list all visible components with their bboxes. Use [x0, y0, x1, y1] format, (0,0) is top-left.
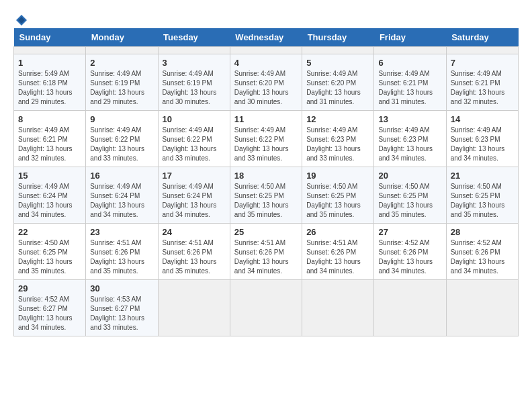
calendar-cell: 22Sunrise: 4:50 AMSunset: 6:25 PMDayligh…: [14, 224, 86, 280]
day-number: 9: [90, 114, 153, 124]
day-info: Sunrise: 4:51 AMSunset: 6:26 PMDaylight:…: [163, 238, 226, 276]
day-number: 5: [306, 58, 369, 68]
day-info: Sunrise: 4:49 AMSunset: 6:21 PMDaylight:…: [18, 126, 81, 163]
calendar-cell: 20Sunrise: 4:50 AMSunset: 6:25 PMDayligh…: [374, 167, 446, 224]
day-number: 14: [451, 114, 514, 124]
day-number: 20: [378, 171, 441, 181]
calendar-cell: [446, 47, 518, 54]
day-info: Sunrise: 4:50 AMSunset: 6:25 PMDaylight:…: [18, 238, 81, 276]
day-info: Sunrise: 4:49 AMSunset: 6:20 PMDaylight:…: [234, 69, 298, 107]
calendar-cell: 10Sunrise: 4:49 AMSunset: 6:22 PMDayligh…: [158, 111, 230, 167]
day-info: Sunrise: 4:50 AMSunset: 6:25 PMDaylight:…: [306, 182, 369, 220]
header-monday: Monday: [86, 28, 158, 47]
header-saturday: Saturday: [446, 28, 518, 47]
calendar-cell: 9Sunrise: 4:49 AMSunset: 6:22 PMDaylight…: [86, 111, 158, 167]
calendar-cell: 16Sunrise: 4:49 AMSunset: 6:24 PMDayligh…: [86, 167, 158, 224]
calendar-cell: 30Sunrise: 4:53 AMSunset: 6:27 PMDayligh…: [86, 280, 158, 336]
calendar-cell: 1Sunrise: 5:49 AMSunset: 6:18 PMDaylight…: [14, 54, 86, 111]
day-number: 23: [90, 227, 153, 237]
calendar-cell: 5Sunrise: 4:49 AMSunset: 6:20 PMDaylight…: [302, 54, 374, 111]
day-info: Sunrise: 4:49 AMSunset: 6:19 PMDaylight:…: [90, 69, 153, 107]
calendar-cell: 6Sunrise: 4:49 AMSunset: 6:21 PMDaylight…: [374, 54, 446, 111]
calendar-cell: 24Sunrise: 4:51 AMSunset: 6:26 PMDayligh…: [158, 224, 230, 280]
header-tuesday: Tuesday: [158, 28, 230, 47]
day-info: Sunrise: 4:52 AMSunset: 6:27 PMDaylight:…: [18, 295, 81, 332]
day-number: 7: [451, 58, 514, 68]
day-info: Sunrise: 4:49 AMSunset: 6:21 PMDaylight:…: [451, 69, 514, 107]
header-sunday: Sunday: [14, 28, 86, 47]
day-number: 30: [90, 283, 153, 293]
day-number: 18: [234, 171, 298, 181]
day-info: Sunrise: 4:49 AMSunset: 6:20 PMDaylight:…: [306, 69, 369, 107]
calendar-cell: 14Sunrise: 4:49 AMSunset: 6:23 PMDayligh…: [446, 111, 518, 167]
day-number: 17: [163, 171, 226, 181]
calendar-cell: [14, 47, 86, 54]
day-info: Sunrise: 4:49 AMSunset: 6:22 PMDaylight:…: [163, 126, 226, 163]
header-thursday: Thursday: [302, 28, 374, 47]
calendar-cell: [374, 47, 446, 54]
calendar-cell: 2Sunrise: 4:49 AMSunset: 6:19 PMDaylight…: [86, 54, 158, 111]
day-number: 8: [18, 114, 81, 124]
day-info: Sunrise: 4:49 AMSunset: 6:23 PMDaylight:…: [378, 126, 441, 163]
calendar-cell: 17Sunrise: 4:49 AMSunset: 6:24 PMDayligh…: [158, 167, 230, 224]
day-info: Sunrise: 4:49 AMSunset: 6:24 PMDaylight:…: [18, 182, 81, 220]
day-info: Sunrise: 4:49 AMSunset: 6:24 PMDaylight:…: [90, 182, 153, 220]
day-info: Sunrise: 4:49 AMSunset: 6:24 PMDaylight:…: [163, 182, 226, 220]
calendar-cell: 4Sunrise: 4:49 AMSunset: 6:20 PMDaylight…: [230, 54, 302, 111]
day-number: 28: [451, 227, 514, 237]
calendar-cell: 29Sunrise: 4:52 AMSunset: 6:27 PMDayligh…: [14, 280, 86, 336]
calendar-cell: [158, 280, 230, 336]
calendar-cell: 15Sunrise: 4:49 AMSunset: 6:24 PMDayligh…: [14, 167, 86, 224]
calendar-cell: 27Sunrise: 4:52 AMSunset: 6:26 PMDayligh…: [374, 224, 446, 280]
day-number: 1: [18, 58, 81, 68]
calendar-cell: 28Sunrise: 4:52 AMSunset: 6:26 PMDayligh…: [446, 224, 518, 280]
day-number: 12: [306, 114, 369, 124]
week-row-0: [14, 47, 519, 54]
day-number: 11: [234, 114, 298, 124]
day-info: Sunrise: 4:49 AMSunset: 6:22 PMDaylight:…: [234, 126, 298, 163]
calendar-cell: 26Sunrise: 4:51 AMSunset: 6:26 PMDayligh…: [302, 224, 374, 280]
day-info: Sunrise: 4:50 AMSunset: 6:25 PMDaylight:…: [451, 182, 514, 220]
header-wednesday: Wednesday: [230, 28, 302, 47]
calendar-cell: [446, 280, 518, 336]
logo: [13, 13, 28, 21]
day-info: Sunrise: 4:49 AMSunset: 6:23 PMDaylight:…: [306, 126, 369, 163]
day-info: Sunrise: 4:50 AMSunset: 6:25 PMDaylight:…: [234, 182, 298, 220]
day-number: 10: [163, 114, 226, 124]
calendar-cell: 11Sunrise: 4:49 AMSunset: 6:22 PMDayligh…: [230, 111, 302, 167]
day-number: 4: [234, 58, 298, 68]
week-row-2: 8Sunrise: 4:49 AMSunset: 6:21 PMDaylight…: [14, 111, 519, 167]
day-info: Sunrise: 4:49 AMSunset: 6:21 PMDaylight:…: [378, 69, 441, 107]
day-number: 27: [378, 227, 441, 237]
week-row-5: 29Sunrise: 4:52 AMSunset: 6:27 PMDayligh…: [14, 280, 519, 336]
calendar-table: SundayMondayTuesdayWednesdayThursdayFrid…: [13, 28, 519, 336]
calendar-cell: 21Sunrise: 4:50 AMSunset: 6:25 PMDayligh…: [446, 167, 518, 224]
day-info: Sunrise: 4:52 AMSunset: 6:26 PMDaylight:…: [451, 238, 514, 276]
day-info: Sunrise: 4:51 AMSunset: 6:26 PMDaylight:…: [306, 238, 369, 276]
calendar-cell: [158, 47, 230, 54]
page-header: [13, 13, 519, 21]
day-info: Sunrise: 4:49 AMSunset: 6:22 PMDaylight:…: [90, 126, 153, 163]
calendar-cell: 7Sunrise: 4:49 AMSunset: 6:21 PMDaylight…: [446, 54, 518, 111]
calendar-cell: 12Sunrise: 4:49 AMSunset: 6:23 PMDayligh…: [302, 111, 374, 167]
day-number: 29: [18, 283, 81, 293]
day-info: Sunrise: 4:50 AMSunset: 6:25 PMDaylight:…: [378, 182, 441, 220]
day-info: Sunrise: 4:52 AMSunset: 6:26 PMDaylight:…: [378, 238, 441, 276]
day-number: 24: [163, 227, 226, 237]
calendar-cell: 13Sunrise: 4:49 AMSunset: 6:23 PMDayligh…: [374, 111, 446, 167]
day-number: 26: [306, 227, 369, 237]
day-number: 15: [18, 171, 81, 181]
calendar-header-row: SundayMondayTuesdayWednesdayThursdayFrid…: [14, 28, 519, 47]
week-row-1: 1Sunrise: 5:49 AMSunset: 6:18 PMDaylight…: [14, 54, 519, 111]
day-number: 2: [90, 58, 153, 68]
day-number: 16: [90, 171, 153, 181]
calendar-cell: [86, 47, 158, 54]
calendar-cell: [302, 280, 374, 336]
day-info: Sunrise: 5:49 AMSunset: 6:18 PMDaylight:…: [18, 69, 81, 107]
week-row-4: 22Sunrise: 4:50 AMSunset: 6:25 PMDayligh…: [14, 224, 519, 280]
day-number: 22: [18, 227, 81, 237]
calendar-cell: 19Sunrise: 4:50 AMSunset: 6:25 PMDayligh…: [302, 167, 374, 224]
calendar-cell: 8Sunrise: 4:49 AMSunset: 6:21 PMDaylight…: [14, 111, 86, 167]
day-number: 3: [163, 58, 226, 68]
day-number: 25: [234, 227, 298, 237]
